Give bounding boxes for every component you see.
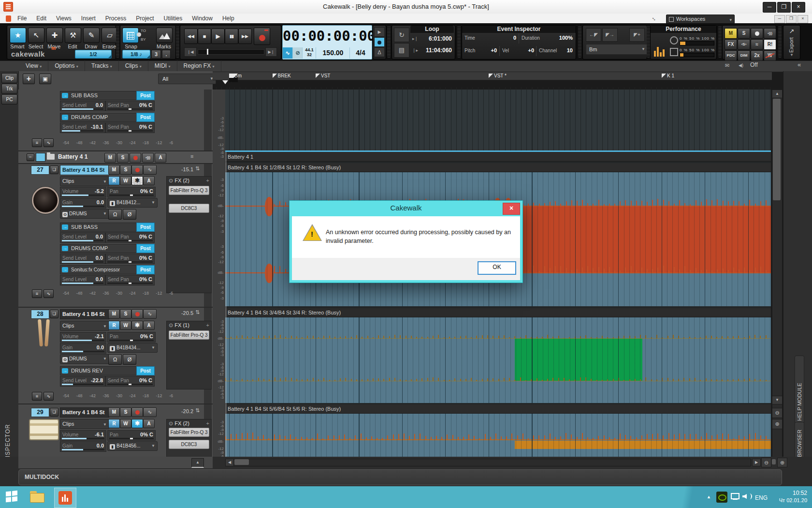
mini-play-button[interactable]: ▶ (374, 27, 385, 37)
menu-process[interactable]: Process (101, 14, 131, 23)
pause-button[interactable]: ▮▮ (225, 29, 238, 44)
ei-time-cell[interactable]: Time0 (462, 33, 519, 44)
move-tool-button[interactable]: ✚ (46, 28, 63, 43)
inspector-tab[interactable]: INSPECTOR (4, 409, 11, 462)
snap-grid-button[interactable] (122, 28, 139, 43)
arm-button[interactable] (131, 309, 143, 319)
metronome-button[interactable]: Δ (374, 47, 385, 57)
fx-plugin[interactable]: FabFilter Pro-Q 3 (169, 428, 209, 437)
ei-channel-cell[interactable]: Channel10 (536, 46, 575, 56)
clip-region-red[interactable] (515, 206, 771, 273)
trk-tab[interactable]: Trk (1, 84, 17, 94)
fast-forward-button[interactable]: ▶▶ (238, 29, 252, 44)
expand-track-icon[interactable]: ⇅ (195, 165, 200, 172)
mute-all-button[interactable]: M (725, 28, 737, 39)
clip-region-green[interactable] (515, 339, 642, 381)
speaker-small-icon[interactable]: ◀) (739, 63, 743, 68)
send-level-field[interactable]: Send Level-10.1 (60, 122, 105, 133)
smart-tool-button[interactable]: ★ (10, 28, 26, 43)
clip-region-orange[interactable] (515, 441, 771, 449)
edit-filter-dropdown[interactable]: Clips▼ (60, 321, 109, 331)
write-automation-button[interactable]: W (764, 50, 776, 61)
mute-button[interactable]: M (108, 165, 120, 175)
menu-project[interactable]: Project (131, 14, 159, 23)
2x-button[interactable]: 2x (751, 50, 763, 61)
output-dropdown[interactable]: ODRUMS▼ (60, 354, 109, 364)
snap-value[interactable]: 1/8 ♪ (122, 50, 150, 59)
send-pan-field[interactable]: Send Pan0% C (105, 122, 155, 133)
waveform-preview-button[interactable]: ∿ (143, 165, 157, 175)
solo-all-button[interactable]: S (738, 28, 750, 39)
hscroll-thumb[interactable] (234, 459, 249, 465)
menu-edit[interactable]: Edit (31, 14, 51, 23)
maximize-button[interactable]: ❐ (777, 2, 791, 13)
goto-end-button[interactable]: ▶❘ (265, 47, 277, 57)
volume-field[interactable]: Volume-2.1 (60, 332, 106, 343)
clip-label[interactable]: Battery 4 1 B4 St 3/4/B4 St 3/4 R: Stere… (225, 308, 771, 317)
folder-color-swatch[interactable] (36, 153, 45, 162)
scroll-left-button[interactable]: ◀ (225, 459, 234, 466)
tray-expand-icon[interactable]: ▲ (707, 494, 711, 499)
fx-plugin[interactable]: DC8C3 (169, 440, 209, 449)
edit-tool-button[interactable]: ⚒ (65, 28, 81, 43)
clip-lane[interactable] (225, 317, 771, 403)
edit-filter-dropdown[interactable]: Clips▼ (60, 419, 109, 429)
send-post-button[interactable]: Post (136, 91, 155, 100)
arm-button[interactable] (131, 407, 143, 417)
menu-help[interactable]: Help (218, 14, 239, 23)
menu-views[interactable]: Views (51, 14, 76, 23)
folder-menu-icon[interactable]: ≡ (190, 153, 193, 159)
menu-utilities[interactable]: Utilities (159, 14, 188, 23)
edit-filter-dropdown[interactable]: Clips▼ (60, 176, 109, 186)
input-dropdown[interactable]: ▮B41B456...▼ (107, 441, 158, 451)
fx-bypass-button[interactable]: ✱ (131, 176, 143, 185)
fx-bin[interactable]: ⊙ FX (2)+ FabFilter Pro-Q 3 DC8C3 (166, 419, 212, 458)
fx-plugin[interactable]: DC8C3 (169, 204, 209, 213)
archive-button[interactable]: A (143, 419, 155, 428)
input-echo-all-button[interactable]: •))) (764, 28, 776, 39)
loop-from-selection-button[interactable]: ▤ (394, 43, 409, 58)
clock-date[interactable]: Чт 02.01.20 (767, 497, 807, 503)
horizontal-scrollbar[interactable] (225, 459, 751, 466)
folder-arm-button[interactable] (130, 153, 141, 163)
waveform-toggle[interactable]: ∿ (283, 47, 292, 59)
track-number[interactable]: 29 (31, 408, 49, 417)
track-number[interactable]: 28 (31, 310, 49, 319)
input-dropdown[interactable]: ▮B41B412...▼ (107, 198, 158, 208)
clip-label[interactable]: Battery 4 1 B4 St 1/2/B4 St 1/2 R: Stere… (225, 163, 771, 172)
send-level-field[interactable]: Send Level-22.8 (60, 376, 105, 387)
menu-insert[interactable]: Insert (76, 14, 101, 23)
expand-track-icon[interactable]: ⇅ (195, 309, 200, 315)
arm-button[interactable] (131, 165, 143, 175)
prev-marker-button[interactable]: ←◤ (586, 28, 601, 42)
play-button[interactable]: ▶ (211, 29, 225, 44)
mute-button[interactable]: M (108, 407, 120, 417)
midi-envelope-icon[interactable]: ✉ (725, 62, 733, 68)
now-time-cursor[interactable] (226, 152, 226, 457)
fx-bin[interactable]: ⊙ FX (2)+ FabFilter Pro-Q 3 DC8C3 (166, 176, 212, 293)
archive-button[interactable]: A (143, 176, 155, 185)
ok-button[interactable]: OK (478, 261, 516, 275)
waveform-scale-button[interactable]: ∿ (44, 392, 54, 401)
snap-count[interactable]: 3 (151, 50, 161, 59)
folder-automation-button[interactable]: A (155, 153, 166, 163)
now-time[interactable]: 00:00:00:00 (283, 28, 372, 44)
snap-toggle-knob[interactable] (137, 32, 141, 37)
tempo-value[interactable]: 150.00 (316, 47, 350, 59)
select-tool-button[interactable]: ↖ (28, 28, 44, 43)
cakewalk-taskbar-button[interactable] (54, 488, 76, 508)
tvmenu-region-fx[interactable]: Region FX ▾ (177, 60, 221, 72)
fx-plugin[interactable]: FabFilter Pro-Q 3 (169, 330, 209, 340)
write-automation-button[interactable]: W (120, 419, 131, 428)
folder-input-echo-button[interactable]: •))) (142, 153, 154, 163)
add-fx-icon[interactable]: + (206, 322, 209, 328)
export-module[interactable]: ↗ Export ▼ (783, 25, 800, 60)
fx-bypass-button[interactable]: ✱ (131, 419, 143, 428)
solo-button[interactable]: S (120, 165, 131, 175)
vscroll-thumb[interactable] (773, 99, 781, 200)
gain-field[interactable]: Gain0.0 (60, 441, 106, 452)
close-button[interactable]: × (792, 2, 805, 13)
fx-bypass-button[interactable]: ✱ (131, 321, 143, 330)
volume-field[interactable]: Volume-5.2 (60, 187, 106, 197)
hzoom-out-icon[interactable]: ⊖ (761, 458, 771, 467)
